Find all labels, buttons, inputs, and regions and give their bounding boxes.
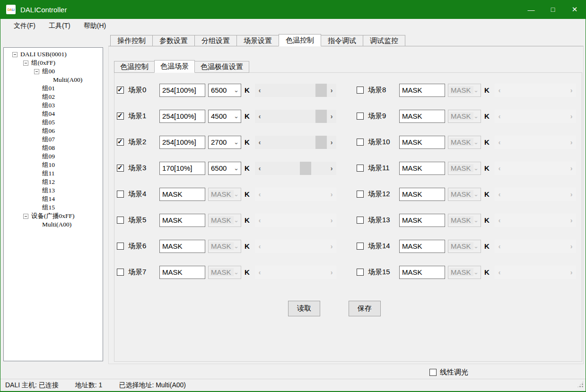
scene-scrollbar[interactable]: ‹ ›	[495, 188, 576, 201]
maximize-button[interactable]: □	[542, 0, 564, 19]
scrollbar-thumb[interactable]	[315, 136, 327, 149]
linear-dimming-checkbox[interactable]: ✓	[429, 369, 437, 376]
scene-level-input[interactable]	[159, 214, 205, 227]
tree-item[interactable]: 组09	[4, 152, 103, 161]
scrollbar-track[interactable]	[504, 136, 567, 149]
kelvin-dropdown[interactable]: MASK ⌄	[448, 240, 481, 253]
titlebar[interactable]: DALI DALIController — □ ✕	[0, 0, 586, 19]
sub-tab[interactable]: 色温场景	[154, 60, 195, 73]
kelvin-dropdown[interactable]: MASK ⌄	[448, 136, 481, 149]
tree-item[interactable]: 组07	[4, 135, 103, 144]
scene-scrollbar[interactable]: ‹ ›	[255, 136, 336, 149]
scrollbar-track[interactable]	[504, 266, 567, 279]
kelvin-dropdown[interactable]: MASK ⌄	[448, 266, 481, 279]
save-button[interactable]: 保存	[349, 301, 381, 316]
scroll-left-icon[interactable]: ‹	[255, 269, 264, 276]
kelvin-dropdown[interactable]: MASK ⌄	[448, 188, 481, 201]
scene-scrollbar[interactable]: ‹ ›	[255, 162, 336, 175]
tree-item[interactable]: 组11	[4, 169, 103, 178]
tree-item[interactable]: 组02	[4, 93, 103, 101]
kelvin-dropdown[interactable]: 6500 ⌄	[208, 162, 241, 175]
scrollbar-track[interactable]	[504, 84, 567, 97]
scroll-right-icon[interactable]: ›	[327, 87, 336, 94]
scrollbar-track[interactable]	[504, 188, 567, 201]
scroll-left-icon[interactable]: ‹	[495, 269, 504, 276]
scene-scrollbar[interactable]: ‹ ›	[495, 162, 576, 175]
tree-item[interactable]: 组04	[4, 110, 103, 118]
scroll-right-icon[interactable]: ›	[327, 139, 336, 146]
kelvin-dropdown[interactable]: MASK ⌄	[448, 110, 481, 123]
scrollbar-track[interactable]	[264, 266, 327, 279]
scene-checkbox[interactable]: ✓	[117, 191, 124, 198]
scrollbar-thumb[interactable]	[315, 84, 327, 97]
scene-checkbox[interactable]: ✓	[357, 139, 364, 146]
scroll-right-icon[interactable]: ›	[567, 165, 576, 172]
tree-item[interactable]: 组05	[4, 118, 103, 127]
tree-item[interactable]: 组14	[4, 195, 103, 203]
scene-level-input[interactable]	[399, 110, 445, 123]
scene-scrollbar[interactable]: ‹ ›	[255, 84, 336, 97]
menu-item[interactable]: 帮助(H)	[77, 19, 113, 33]
scrollbar-track[interactable]	[264, 136, 327, 149]
scene-scrollbar[interactable]: ‹ ›	[495, 214, 576, 227]
tree-item[interactable]: 组06	[4, 127, 103, 135]
scrollbar-track[interactable]	[504, 214, 567, 227]
scroll-right-icon[interactable]: ›	[567, 113, 576, 120]
scrollbar-track[interactable]	[504, 162, 567, 175]
minimize-button[interactable]: —	[520, 0, 542, 19]
scroll-right-icon[interactable]: ›	[567, 87, 576, 94]
tree-item[interactable]: 设备(广播0xFF)	[4, 212, 103, 220]
kelvin-dropdown[interactable]: 4500 ⌄	[208, 110, 241, 123]
scrollbar-track[interactable]	[504, 240, 567, 253]
tree-item[interactable]: Multi(A00)	[4, 76, 103, 84]
scrollbar-track[interactable]	[264, 214, 327, 227]
scene-scrollbar[interactable]: ‹ ›	[255, 214, 336, 227]
scrollbar-track[interactable]	[504, 110, 567, 123]
scroll-right-icon[interactable]: ›	[567, 243, 576, 250]
kelvin-dropdown[interactable]: MASK ⌄	[208, 214, 241, 227]
scene-checkbox[interactable]: ✓	[357, 113, 364, 120]
scroll-left-icon[interactable]: ‹	[255, 243, 264, 250]
scroll-left-icon[interactable]: ‹	[255, 139, 264, 146]
tree-item[interactable]: 组08	[4, 144, 103, 152]
scroll-left-icon[interactable]: ‹	[255, 87, 264, 94]
tree-item[interactable]: 组03	[4, 101, 103, 110]
scene-scrollbar[interactable]: ‹ ›	[255, 266, 336, 279]
main-tab[interactable]: 色温控制	[279, 34, 321, 46]
scene-level-input[interactable]	[399, 214, 445, 227]
tree-item[interactable]: DALI USB(0001)	[4, 50, 103, 59]
tree-item[interactable]: 组00	[4, 67, 103, 76]
collapse-icon[interactable]	[12, 52, 17, 57]
main-tab[interactable]: 分组设置	[195, 35, 237, 46]
scroll-right-icon[interactable]: ›	[327, 165, 336, 172]
kelvin-dropdown[interactable]: MASK ⌄	[448, 162, 481, 175]
main-tab[interactable]: 参数设置	[153, 35, 195, 46]
kelvin-dropdown[interactable]: MASK ⌄	[448, 84, 481, 97]
scroll-left-icon[interactable]: ‹	[255, 191, 264, 198]
main-tab[interactable]: 操作控制	[110, 35, 153, 46]
kelvin-dropdown[interactable]: MASK ⌄	[208, 240, 241, 253]
kelvin-dropdown[interactable]: MASK ⌄	[208, 266, 241, 279]
scrollbar-track[interactable]	[264, 162, 327, 175]
scene-level-input[interactable]	[399, 162, 445, 175]
scene-level-input[interactable]	[159, 84, 205, 97]
scene-scrollbar[interactable]: ‹ ›	[495, 84, 576, 97]
kelvin-dropdown[interactable]: MASK ⌄	[208, 188, 241, 201]
tree-item[interactable]: 组13	[4, 186, 103, 195]
scene-scrollbar[interactable]: ‹ ›	[255, 188, 336, 201]
scene-level-input[interactable]	[159, 136, 205, 149]
scroll-right-icon[interactable]: ›	[327, 191, 336, 198]
scroll-left-icon[interactable]: ‹	[255, 217, 264, 224]
tree-item[interactable]: 组15	[4, 203, 103, 212]
sub-tab[interactable]: 色温控制	[114, 61, 155, 73]
kelvin-dropdown[interactable]: MASK ⌄	[448, 214, 481, 227]
scene-checkbox[interactable]: ✓	[357, 243, 364, 250]
scene-checkbox[interactable]: ✓	[117, 87, 124, 94]
scene-level-input[interactable]	[399, 240, 445, 253]
scene-checkbox[interactable]: ✓	[357, 217, 364, 224]
scroll-left-icon[interactable]: ‹	[495, 165, 504, 172]
scene-level-input[interactable]	[399, 136, 445, 149]
read-button[interactable]: 读取	[288, 301, 320, 316]
tree-item[interactable]: 组(0xFF)	[4, 59, 103, 67]
scene-level-input[interactable]	[159, 110, 205, 123]
